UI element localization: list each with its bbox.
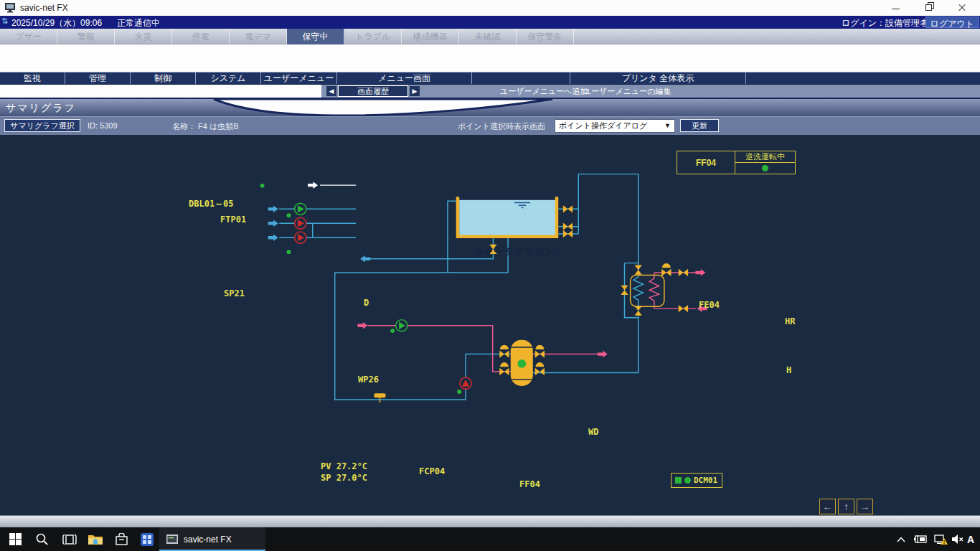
dbl-status-dot: [260, 184, 265, 188]
sp-value[interactable]: SP 27.0°C: [321, 473, 367, 483]
flow-arrow-in-3: [268, 234, 278, 241]
point-action-dropdown-value: ポイント操作ダイアログ: [559, 121, 647, 130]
history-prev-icon[interactable]: ◀: [326, 86, 336, 96]
ff04-filter-vessel[interactable]: [511, 340, 533, 386]
add-to-user-menu[interactable]: ユーザーメニューへ追加: [500, 86, 588, 97]
ff04-vessel-label[interactable]: FF04: [519, 479, 540, 489]
menu-user-menu[interactable]: ユーザーメニュー: [261, 72, 337, 84]
restore-button[interactable]: [918, 0, 940, 16]
drain-label: D: [362, 298, 371, 308]
screen-history-button[interactable]: 画面履歴: [338, 85, 408, 97]
start-button[interactable]: [1, 527, 29, 551]
h-label: H: [786, 365, 791, 375]
edit-user-menu[interactable]: ユーザーメニューの編集: [583, 86, 672, 97]
tab-trouble[interactable]: トラブル: [344, 29, 402, 44]
h-valve[interactable]: [679, 305, 688, 312]
alarm-tab-row: ブザー 警報 火災 停電 電デマ 保守中 トラブル 構成機器 未確認 保守警告: [0, 29, 980, 44]
store-button[interactable]: [108, 527, 135, 551]
status-dots: [260, 184, 462, 394]
window-title: savic-net FX: [20, 3, 68, 13]
ime-mode-indicator[interactable]: A: [963, 527, 979, 551]
flow-arrow-in-1: [268, 206, 278, 213]
wp26-label[interactable]: WP26: [358, 375, 379, 385]
ftp01-pump-1[interactable]: [295, 203, 306, 215]
control-row: サマリグラフ選択 ID: 5309 名称： F4 は虫類B ポイント選択時表示画…: [0, 116, 980, 135]
menu-manage[interactable]: 管理: [65, 72, 131, 84]
close-button[interactable]: [951, 0, 973, 16]
menu-screen[interactable]: メニュー画面: [337, 72, 472, 84]
windows-logo-icon: [9, 533, 22, 545]
menu-control[interactable]: 制御: [131, 72, 196, 84]
ftp01-label[interactable]: FTP01: [220, 215, 246, 225]
dbl-flow-arrow: [308, 182, 318, 189]
summary-graph-select-button[interactable]: サマリグラフ選択: [4, 119, 80, 132]
temperature-sensor[interactable]: [374, 393, 385, 402]
ff04-status-box[interactable]: FF04 逆洗運転中: [677, 151, 796, 174]
hr-control-valve[interactable]: [661, 263, 671, 276]
dbl-label[interactable]: DBL01～05: [189, 198, 234, 210]
taskbar-search-button[interactable]: [29, 527, 56, 551]
file-explorer-button[interactable]: [82, 527, 109, 551]
graph-id: ID: 5309: [88, 121, 118, 130]
tank-outlet-valve-1[interactable]: [563, 205, 573, 212]
fe04-label[interactable]: FE04: [699, 300, 720, 310]
water-tank[interactable]: [458, 197, 557, 236]
hr-valve[interactable]: [679, 269, 688, 276]
dcm01-dot-indicator: [684, 477, 691, 484]
tray-battery-button[interactable]: [910, 527, 930, 551]
pinned-app-button[interactable]: [133, 527, 161, 551]
menu-monitor[interactable]: 監視: [0, 72, 65, 84]
nav-left-button[interactable]: ←: [819, 499, 836, 514]
page-title-band: サマリグラフ: [0, 98, 980, 116]
fcp04-label[interactable]: FCP04: [419, 466, 445, 476]
tab-demand[interactable]: 電デマ: [230, 29, 287, 44]
tab-buzzer[interactable]: ブザー: [0, 29, 57, 44]
tab-alarm[interactable]: 警報: [57, 29, 115, 44]
ftp01-pump-3[interactable]: [295, 232, 306, 243]
menu-printer-fullview[interactable]: プリンタ 全体表示: [570, 72, 746, 84]
taskbar-app-savicnet[interactable]: savic-net FX: [159, 527, 265, 551]
ff04-top-left-valve[interactable]: [499, 345, 509, 358]
menu-system[interactable]: システム: [196, 72, 261, 84]
ftp01-status-dot: [287, 213, 291, 217]
hr-h-pipes: [649, 273, 696, 309]
task-view-icon: [62, 534, 77, 545]
task-view-button[interactable]: [56, 527, 83, 551]
history-next-icon[interactable]: ▶: [410, 86, 420, 96]
tab-equipment[interactable]: 構成機器: [402, 29, 459, 44]
fe04-heat-exchanger[interactable]: [631, 276, 664, 307]
tab-fire[interactable]: 火災: [115, 29, 172, 44]
tab-power-failure[interactable]: 停電: [172, 29, 230, 44]
point-action-dropdown[interactable]: ポイント操作ダイアログ ▼: [555, 119, 675, 133]
logout-button[interactable]: ログアウト: [925, 17, 979, 28]
minimize-button[interactable]: [885, 0, 907, 16]
tray-chevron-button[interactable]: [892, 527, 910, 551]
dcm01-status-box[interactable]: DCM01: [671, 473, 722, 488]
search-icon: [36, 533, 49, 546]
tray-network-button[interactable]: [930, 527, 951, 551]
tab-unconfirmed[interactable]: 未確認: [459, 29, 517, 44]
ftp01-pump-2[interactable]: [295, 217, 306, 229]
nav-right-button[interactable]: →: [857, 499, 873, 514]
tank-label: ウォータドラゴン: [450, 245, 579, 258]
ff04-bottom-right-valve[interactable]: [535, 362, 545, 375]
tab-maintenance[interactable]: 保守中: [287, 29, 344, 44]
menu-empty[interactable]: [472, 72, 570, 84]
taskbar: savic-net FX: [0, 527, 980, 551]
refresh-button[interactable]: 更新: [680, 119, 719, 132]
status-bar: ⇅ 2025/10/29（水）09:06 正常通信中 ログイン：設備管理者 ログ…: [0, 16, 980, 29]
page-title: サマリグラフ: [6, 102, 76, 115]
main-menu-bar: 監視 管理 制御 システム ユーザーメニュー メニュー画面 プリンタ 全体表示: [0, 72, 980, 85]
ff04-top-right-valve[interactable]: [535, 345, 545, 358]
fcp04-status-dot: [457, 390, 461, 394]
battery-charging-icon: [913, 535, 928, 543]
wp26-pump[interactable]: [396, 320, 407, 331]
nav-up-button[interactable]: ↑: [838, 499, 854, 514]
ff04-status-id: FF04: [677, 151, 735, 174]
sp21-label[interactable]: SP21: [224, 288, 245, 298]
pv-value[interactable]: PV 27.2°C: [321, 461, 367, 471]
fcp04-pump[interactable]: [460, 377, 471, 389]
ff04-bottom-left-valve[interactable]: [499, 362, 509, 375]
tab-maintenance-warning[interactable]: 保守警告: [517, 29, 574, 44]
network-warning-icon: [933, 534, 948, 545]
